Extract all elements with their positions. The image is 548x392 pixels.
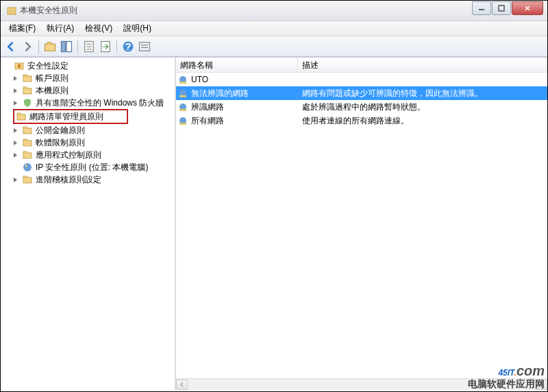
network-icon — [176, 101, 190, 112]
row-name: 無法辨識的網路 — [190, 88, 298, 99]
maximize-button[interactable] — [492, 1, 511, 15]
tree-item-advanced-audit[interactable]: 進階稽核原則設定 — [1, 173, 175, 186]
toolbar-separator — [38, 40, 39, 53]
row-name: 所有網路 — [190, 115, 298, 127]
svg-rect-4 — [66, 41, 72, 51]
expand-icon[interactable] — [12, 87, 19, 95]
expand-icon[interactable] — [12, 151, 19, 159]
scroll-left-button[interactable] — [176, 380, 188, 390]
svg-rect-2 — [45, 44, 55, 51]
expand-icon[interactable] — [12, 99, 19, 107]
svg-rect-26 — [179, 109, 186, 111]
firewall-icon — [22, 97, 33, 108]
tree-item-account-policies[interactable]: 帳戶原則 — [1, 72, 175, 84]
menubar: 檔案(F) 執行(A) 檢視(V) 說明(H) — [1, 21, 547, 36]
tree-item-firewall[interactable]: 具有進階安全性的 Windows 防火牆 — [1, 97, 175, 109]
list-body[interactable]: UTO 無法辨識的網路 網路有問題或缺少可辨識的特徵，因此無法辨識。 辨識網路 … — [176, 73, 547, 378]
column-header-name[interactable]: 網路名稱 — [176, 58, 298, 72]
scroll-right-button[interactable] — [536, 380, 547, 390]
row-desc: 網路有問題或缺少可辨識的特徵，因此無法辨識。 — [298, 88, 547, 99]
menu-action[interactable]: 執行(A) — [41, 21, 79, 36]
highlighted-tree-item: 網路清單管理員原則 — [13, 109, 128, 124]
network-icon — [176, 74, 190, 85]
tree-item-local-policies[interactable]: 本機原則 — [1, 84, 175, 97]
toolbar: ? — [1, 36, 547, 57]
list-row-selected[interactable]: 無法辨識的網路 網路有問題或缺少可辨識的特徵，因此無法辨識。 — [176, 86, 547, 100]
svg-rect-1 — [499, 5, 504, 11]
menu-help[interactable]: 說明(H) — [118, 21, 157, 36]
folder-icon — [22, 73, 33, 84]
svg-rect-11 — [18, 64, 21, 68]
row-name: UTO — [190, 75, 298, 84]
tree-item-ipsec[interactable]: IP 安全性原則 (位置: 本機電腦) — [1, 161, 175, 173]
svg-rect-17 — [23, 153, 32, 158]
svg-rect-20 — [23, 177, 32, 183]
expand-icon[interactable] — [12, 127, 19, 134]
network-icon — [176, 88, 190, 99]
svg-rect-22 — [179, 82, 186, 84]
list-header: 網路名稱 描述 — [176, 58, 547, 73]
content-area: 安全性設定 帳戶原則 本機原則 具有進階安全性的 Windows 防火牆 網路清… — [1, 57, 547, 390]
toolbar-separator — [77, 40, 78, 53]
horizontal-scrollbar[interactable] — [176, 378, 547, 390]
row-name: 辨識網路 — [190, 101, 298, 113]
list-row[interactable]: 辨識網路 處於辨識過程中的網路暫時狀態。 — [176, 100, 547, 114]
tree-label: 軟體限制原則 — [36, 137, 85, 149]
folder-icon — [22, 85, 33, 96]
show-hide-tree-button[interactable] — [59, 39, 74, 54]
svg-rect-16 — [23, 140, 32, 146]
tree-root[interactable]: 安全性設定 — [1, 60, 175, 72]
refresh-button[interactable] — [137, 39, 152, 54]
list-row[interactable]: 所有網路 使用者連線的所有網路連線。 — [176, 114, 547, 127]
column-header-desc[interactable]: 描述 — [298, 58, 547, 72]
svg-text:?: ? — [125, 40, 131, 52]
tree-label: 應用程式控制原則 — [36, 149, 101, 161]
folder-icon — [22, 174, 33, 185]
ipsec-icon — [22, 162, 33, 173]
network-icon — [176, 115, 190, 126]
svg-rect-12 — [23, 76, 32, 82]
window-title: 本機安全性原則 — [20, 5, 472, 16]
properties-button[interactable] — [82, 39, 97, 54]
tree-label: IP 安全性原則 (位置: 本機電腦) — [36, 162, 148, 173]
tree-label: 帳戶原則 — [36, 73, 68, 84]
export-button[interactable] — [98, 39, 113, 54]
minimize-button[interactable] — [472, 1, 491, 15]
svg-point-19 — [25, 165, 27, 167]
list-row[interactable]: UTO — [176, 73, 547, 86]
svg-rect-14 — [17, 114, 25, 120]
list-panel: 網路名稱 描述 UTO 無法辨識的網路 網路有問題或缺少可辨識的特徵，因此無法辨… — [176, 58, 547, 390]
app-icon — [6, 5, 17, 16]
tree-root-label: 安全性設定 — [27, 60, 68, 72]
svg-rect-9 — [140, 42, 150, 51]
svg-rect-15 — [23, 128, 32, 134]
tree-item-network-list[interactable]: 網路清單管理員原則 — [14, 110, 103, 123]
svg-rect-28 — [179, 123, 186, 125]
tree-item-software-restriction[interactable]: 軟體限制原則 — [1, 136, 175, 149]
menu-view[interactable]: 檢視(V) — [79, 21, 118, 36]
tree-label: 進階稽核原則設定 — [36, 174, 101, 186]
back-button[interactable] — [3, 39, 18, 54]
security-icon — [14, 60, 25, 71]
toolbar-separator — [116, 40, 117, 53]
tree-label: 公開金鑰原則 — [36, 125, 85, 136]
expand-icon[interactable] — [12, 139, 19, 147]
folder-icon — [22, 125, 33, 136]
tree-item-public-key[interactable]: 公開金鑰原則 — [1, 124, 175, 136]
folder-icon — [22, 149, 33, 160]
row-desc: 使用者連線的所有網路連線。 — [298, 115, 547, 127]
forward-button[interactable] — [20, 39, 35, 54]
tree-panel[interactable]: 安全性設定 帳戶原則 本機原則 具有進階安全性的 Windows 防火牆 網路清… — [1, 58, 176, 390]
window-controls — [472, 1, 543, 15]
titlebar: 本機安全性原則 — [1, 1, 547, 21]
expand-icon[interactable] — [12, 176, 19, 184]
folder-icon — [22, 137, 33, 148]
row-desc: 處於辨識過程中的網路暫時狀態。 — [298, 101, 547, 113]
menu-file[interactable]: 檔案(F) — [3, 21, 41, 36]
up-button[interactable] — [42, 39, 58, 54]
expand-icon[interactable] — [12, 75, 19, 82]
tree-item-app-control[interactable]: 應用程式控制原則 — [1, 149, 175, 161]
close-button[interactable] — [512, 1, 543, 15]
tree-label: 網路清單管理員原則 — [29, 111, 103, 123]
help-button[interactable]: ? — [121, 39, 136, 54]
